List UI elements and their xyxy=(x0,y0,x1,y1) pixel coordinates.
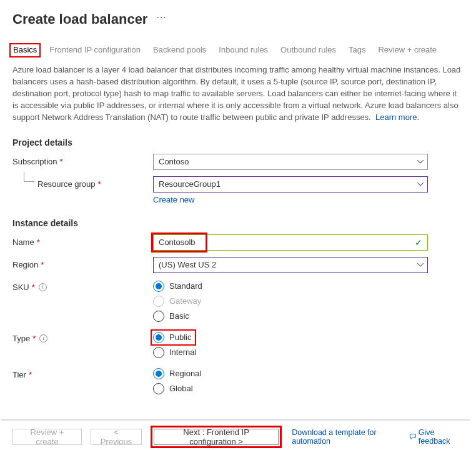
learn-more-link[interactable]: Learn more. xyxy=(375,112,419,122)
sku-option-standard[interactable]: Standard xyxy=(153,281,464,292)
region-label: Region xyxy=(12,260,38,269)
required-icon: * xyxy=(32,334,36,343)
tab-bar: Basics Frontend IP configuration Backend… xyxy=(12,44,464,56)
tab-tags[interactable]: Tags xyxy=(348,44,366,56)
tab-inbound-rules[interactable]: Inbound rules xyxy=(218,44,269,56)
name-label: Name xyxy=(12,238,34,247)
download-template-link[interactable]: Download a template for automation xyxy=(292,428,405,446)
region-select[interactable]: (US) West US 2 xyxy=(153,257,428,273)
chevron-down-icon xyxy=(417,182,424,186)
resource-group-label: Resource group xyxy=(37,179,96,189)
type-option-internal[interactable]: Internal xyxy=(153,347,464,358)
tab-basics[interactable]: Basics xyxy=(12,44,37,56)
name-input[interactable]: Contosolb ✓ xyxy=(153,234,428,251)
check-icon: ✓ xyxy=(415,238,422,248)
tab-frontend-ip[interactable]: Frontend IP configuration xyxy=(49,44,141,56)
required-icon: * xyxy=(37,238,40,247)
tab-backend-pools[interactable]: Backend pools xyxy=(152,44,207,56)
type-label: Type xyxy=(12,334,30,343)
tier-option-global[interactable]: Global xyxy=(153,383,464,394)
review-create-button: Review + create xyxy=(12,429,82,445)
description-text: Azure load balancer is a layer 4 load ba… xyxy=(12,64,464,123)
required-icon: * xyxy=(29,370,32,379)
required-icon: * xyxy=(41,260,44,269)
tier-label: Tier xyxy=(12,370,26,379)
tab-outbound-rules[interactable]: Outbound rules xyxy=(280,44,337,56)
next-button[interactable]: Next : Frontend IP configuration > xyxy=(154,429,279,445)
give-feedback-link[interactable]: Give feedback xyxy=(409,428,464,446)
tab-review-create[interactable]: Review + create xyxy=(377,44,437,56)
required-icon: * xyxy=(98,179,101,189)
info-icon[interactable]: i xyxy=(39,334,47,342)
page-title: Create load balancer xyxy=(12,11,147,28)
section-project-details: Project details xyxy=(12,138,464,148)
footer-bar: Review + create < Previous Next : Fronte… xyxy=(1,419,464,448)
chevron-down-icon xyxy=(417,263,424,267)
type-option-public[interactable]: Public xyxy=(153,332,464,343)
sku-option-gateway: Gateway xyxy=(153,296,464,307)
previous-button: < Previous xyxy=(91,429,142,445)
sku-option-basic[interactable]: Basic xyxy=(153,311,464,322)
chevron-down-icon xyxy=(417,160,424,164)
more-icon[interactable]: ⋯ xyxy=(156,11,166,23)
tier-option-regional[interactable]: Regional xyxy=(153,368,464,379)
section-instance-details: Instance details xyxy=(12,218,464,228)
info-icon[interactable]: i xyxy=(39,283,47,291)
feedback-icon xyxy=(409,433,417,441)
subscription-select[interactable]: Contoso xyxy=(153,154,428,170)
required-icon: * xyxy=(60,157,63,166)
subscription-label: Subscription xyxy=(12,157,57,166)
resource-group-select[interactable]: ResourceGroup1 xyxy=(153,176,428,192)
create-new-link[interactable]: Create new xyxy=(153,195,194,204)
required-icon: * xyxy=(32,282,35,292)
sku-label: SKU xyxy=(12,282,29,292)
